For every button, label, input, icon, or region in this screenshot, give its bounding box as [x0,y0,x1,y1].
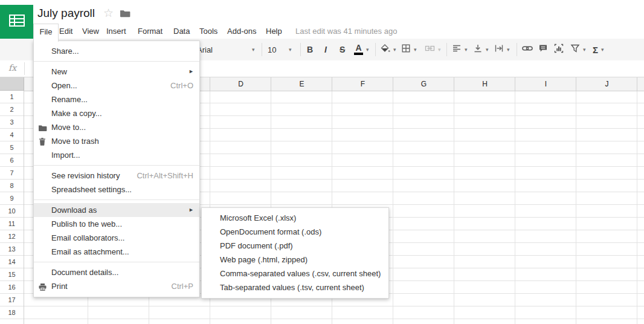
document-title[interactable]: July payroll [37,7,95,20]
menu-format[interactable]: Format [138,25,163,37]
insert-comment-button[interactable] [538,39,548,60]
column-header-e[interactable]: E [271,77,332,91]
last-edit-status[interactable]: Last edit was 41 minutes ago [295,25,397,37]
link-icon [522,44,533,56]
menu-item-move-to[interactable]: Move to... [34,120,199,134]
menu-item-publish-to-web[interactable]: Publish to the web... [34,217,199,231]
font-size-dropdown[interactable]: 10 ▾ [268,39,292,60]
toolbar-divider [300,43,301,56]
submenu-arrow-icon: ► [188,65,194,79]
bold-button[interactable]: B [307,39,313,60]
row-header[interactable]: 13 [0,243,24,256]
row-header[interactable]: 8 [0,180,24,192]
column-header-f[interactable]: F [332,77,393,91]
paint-bucket-icon [380,44,390,56]
menu-item-open[interactable]: Open...Ctrl+O [34,79,199,92]
submenu-item-ods[interactable]: OpenDocument format (.ods) [202,225,388,239]
menu-item-email-collaborators[interactable]: Email collaborators... [34,231,199,245]
column-header[interactable] [637,77,644,91]
merge-cells-button[interactable]: ▾ [425,39,441,60]
text-wrap-icon [494,44,504,56]
functions-button[interactable]: Σ ▾ [593,39,604,60]
menu-item-document-details[interactable]: Document details... [34,265,199,279]
row-header[interactable]: 5 [0,141,24,154]
insert-link-button[interactable] [522,39,533,60]
menu-tools[interactable]: Tools [199,25,217,37]
menu-item-import[interactable]: Import... [34,148,199,162]
vertical-align-button[interactable]: ▾ [473,39,489,60]
row-header[interactable]: 17 [0,294,24,306]
row-header[interactable]: 15 [0,268,24,281]
row-header[interactable]: 14 [0,256,24,268]
text-color-icon: A [354,44,363,55]
menu-separator [34,61,199,62]
menu-item-rename[interactable]: Rename... [34,92,199,106]
toolbar-divider [446,43,447,56]
row-header[interactable]: 9 [0,192,24,205]
column-header-h[interactable]: H [454,77,515,91]
row-header[interactable]: 4 [0,129,24,141]
font-family-value: Arial [197,45,249,54]
row-header[interactable]: 18 [0,306,24,319]
row-header[interactable]: 1 [0,91,24,103]
menu-file[interactable]: File [33,24,59,42]
borders-icon [401,44,411,56]
chart-icon [554,44,564,56]
submenu-item-csv[interactable]: Comma-separated values (.csv, current sh… [202,267,388,280]
spreadsheet-grid-icon [9,15,25,29]
submenu-arrow-icon: ► [188,203,194,217]
borders-button[interactable]: ▾ [401,39,417,60]
menu-insert[interactable]: Insert [106,25,126,37]
column-header-d[interactable]: D [210,77,271,91]
menu-item-see-revision-history[interactable]: See revision historyCtrl+Alt+Shift+H [34,169,199,183]
menu-item-email-as-attachment[interactable]: Email as attachment... [34,245,199,259]
fill-color-button[interactable]: ▾ [380,39,396,60]
row-header[interactable]: 12 [0,230,24,243]
submenu-item-tsv[interactable]: Tab-separated values (.tsv, current shee… [202,280,388,294]
submenu-item-pdf[interactable]: PDF document (.pdf) [202,239,388,253]
submenu-item-xlsx[interactable]: Microsoft Excel (.xlsx) [202,211,388,225]
row-header[interactable]: 7 [0,167,24,180]
text-wrap-button[interactable]: ▾ [494,39,510,60]
gridline-vertical [454,91,454,324]
menu-item-share[interactable]: Share... [34,44,199,58]
font-family-dropdown[interactable]: Arial ▾ [197,39,255,60]
menu-item-download-as[interactable]: Download as► [34,203,199,217]
submenu-item-html[interactable]: Web page (.html, zipped) [202,253,388,267]
select-all-corner[interactable] [0,77,24,91]
menu-edit[interactable]: Edit [59,25,72,37]
text-color-button[interactable]: A ▾ [354,39,369,60]
column-header-g[interactable]: G [393,77,454,91]
column-header-i[interactable]: I [515,77,576,91]
shortcut-label: Ctrl+P [172,279,193,293]
menu-data[interactable]: Data [173,25,190,37]
horizontal-align-button[interactable]: ▾ [452,39,468,60]
menu-item-spreadsheet-settings[interactable]: Spreadsheet settings... [34,183,199,196]
fx-label: fx [8,63,16,73]
chevron-down-icon: ▾ [252,47,255,53]
menu-separator [34,262,199,262]
sheets-logo[interactable] [0,5,33,39]
column-header-j[interactable]: J [576,77,637,91]
insert-chart-button[interactable] [554,39,564,60]
trash-icon [38,137,48,146]
comment-icon [538,44,548,56]
star-icon[interactable]: ☆ [103,7,114,20]
row-header[interactable]: 11 [0,218,24,230]
filter-button[interactable]: ▾ [570,39,586,60]
row-header[interactable]: 16 [0,281,24,294]
menu-help[interactable]: Help [266,25,282,37]
row-header[interactable]: 3 [0,116,24,129]
menu-item-new[interactable]: New► [34,65,199,79]
row-header[interactable]: 10 [0,205,24,218]
strikethrough-button[interactable]: S [340,39,345,60]
menu-item-move-to-trash[interactable]: Move to trash [34,134,199,148]
italic-button[interactable]: I [324,39,327,60]
move-folder-icon[interactable] [120,9,130,20]
row-header[interactable]: 6 [0,154,24,167]
row-header[interactable]: 2 [0,103,24,116]
menu-addons[interactable]: Add-ons [227,25,256,37]
menu-view[interactable]: View [82,25,99,37]
menu-item-print[interactable]: PrintCtrl+P [34,279,199,293]
menu-item-make-a-copy[interactable]: Make a copy... [34,106,199,120]
